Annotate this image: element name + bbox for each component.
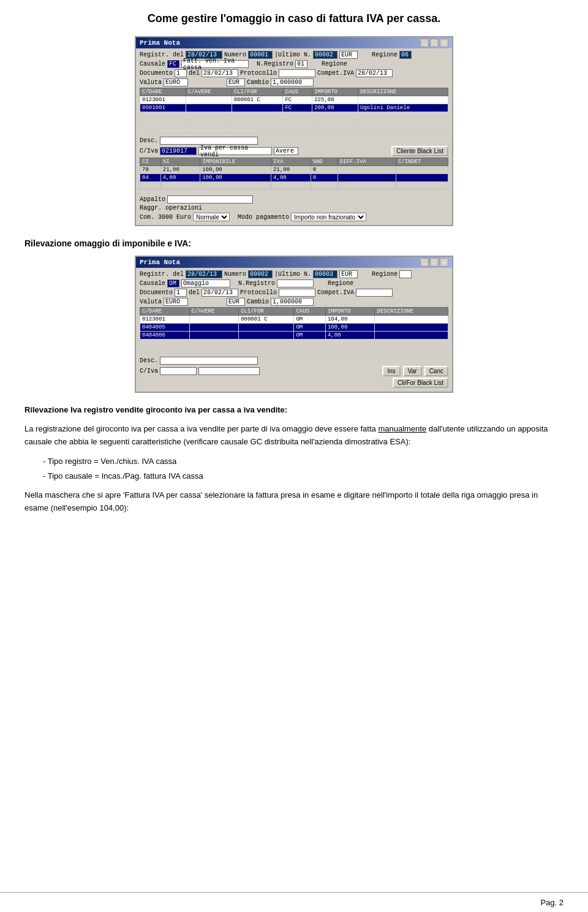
ins-btn[interactable]: Ins	[382, 366, 400, 376]
iva-table-1: CI %I IMPONIBILE IVA %ND DIFF.IVA C/INDE…	[140, 158, 448, 189]
close-btn-2[interactable]: ✕	[440, 258, 448, 267]
eur-field[interactable]: EUR	[227, 78, 245, 86]
w2-ultimo-n-field[interactable]: 00003	[313, 270, 337, 278]
w2-valuta-row: Valuta EURO EUR Cambio 1,000000	[140, 298, 448, 306]
documento-label: Documento	[140, 70, 173, 77]
w2-causale-code-field[interactable]: OM	[167, 279, 179, 287]
w2-cur-field[interactable]: EUR	[339, 270, 358, 278]
protocollo-label: Protocollo	[240, 70, 277, 77]
minimize-btn-1[interactable]: _	[420, 39, 429, 47]
cli-for-black-list-btn[interactable]: Cli/For Black List	[393, 378, 448, 388]
w2-grid-row-3[interactable]: 0404006 OM 4,00	[140, 332, 448, 340]
w2-valuta-field[interactable]: EURO	[164, 298, 188, 306]
n-registro-field[interactable]: 01	[295, 60, 307, 68]
list-items: Tipo registro = Ven./chius. IVA cassa Ti…	[24, 454, 564, 483]
w2-ultimo-n-label: |Ultimo N.	[274, 271, 311, 278]
protocollo-field[interactable]	[279, 69, 315, 77]
main-grid-1: C/DARE C/AVERE CLI/FOR CAUS IMPORTO DESC…	[140, 88, 448, 134]
cell-desc-2: Ugolini Daniele	[358, 104, 448, 112]
w2-documento-label: Documento	[140, 289, 173, 296]
importo-select[interactable]: Importo non frazionato	[291, 213, 366, 221]
valuta-label: Valuta	[140, 79, 162, 86]
var-btn[interactable]: Var	[403, 366, 422, 376]
w2-del-field[interactable]: 28/02/13	[202, 289, 238, 297]
causale-code-field[interactable]: FC	[167, 60, 179, 68]
canc-btn[interactable]: Canc	[424, 366, 448, 376]
w2-cambio-label: Cambio	[247, 298, 269, 305]
w2-registr-del-field[interactable]: 28/02/13	[186, 270, 222, 278]
w2-n-registro-field[interactable]	[277, 279, 314, 287]
iva-col-pnd: %ND	[311, 158, 337, 166]
w2-doc-num-field[interactable]: 1	[175, 289, 187, 297]
cell-cdare-1: 0123001	[140, 96, 186, 104]
ultimo-n-field[interactable]: 00002	[313, 51, 337, 59]
w2-registr-del-label: Registr. del	[140, 271, 184, 278]
iva-row-1[interactable]: 70 21,00 100,00 21,00 0	[140, 166, 448, 174]
appalto-field[interactable]	[167, 196, 253, 203]
compet-iva-field[interactable]: 28/02/13	[356, 69, 393, 77]
section2-heading: Rilevazione omaggio di imponibile e IVA:	[24, 238, 564, 248]
cell-caus-1: FC	[283, 96, 312, 104]
iva-header-row-1: CI %I IMPONIBILE IVA %ND DIFF.IVA C/INDE…	[140, 158, 448, 166]
w2-compet-iva-field[interactable]	[356, 289, 393, 297]
w2-grid-row-4[interactable]	[140, 340, 448, 347]
modo-select[interactable]: Normale	[193, 213, 230, 221]
iva-row-2[interactable]: 04 4,00 100,00 4,00 0	[140, 174, 448, 182]
w2-numero-field[interactable]: 00002	[248, 270, 273, 278]
causale-text-field[interactable]: Fatt. ven. Iva cassa	[181, 60, 249, 68]
prima-nota-window-1: Prima Nota _ □ ✕ Registr. del 28/02/13 N…	[135, 36, 453, 226]
w2-eur-field[interactable]: EUR	[227, 298, 245, 306]
w2-civa-field[interactable]	[160, 367, 197, 375]
w2-col-caus: CAUS	[294, 308, 325, 316]
w2-desc-field[interactable]	[160, 357, 258, 365]
numero-field[interactable]: 00001	[248, 51, 273, 59]
civa-pos-field[interactable]: Avere	[274, 147, 298, 155]
w2-grid-row-5[interactable]	[140, 347, 448, 354]
cliente-black-list-btn[interactable]: Cliente Black List	[391, 146, 448, 156]
maximize-btn-2[interactable]: □	[430, 258, 439, 267]
w2-numero-label: Numero	[224, 271, 246, 278]
page-number: Pag. 2	[540, 898, 564, 907]
civa-text-field[interactable]: Iva per cassa vendi	[198, 147, 272, 155]
cell-cavere-2	[186, 104, 232, 112]
compet-iva-label: Compet.IVA	[317, 70, 354, 77]
w2-protocollo-field[interactable]	[279, 289, 315, 297]
doc-num-field[interactable]: 1	[175, 69, 187, 77]
w2-col-desc: DESCRIZIONE	[375, 308, 448, 316]
valuta-field[interactable]: EURO	[164, 78, 188, 86]
del-field[interactable]: 28/02/13	[202, 69, 238, 77]
ultimo-n-label: |Ultimo N.	[274, 51, 311, 58]
maximize-btn-1[interactable]: □	[430, 39, 439, 47]
w2-grid-row-2[interactable]: 0404005 OM 100,00	[140, 324, 448, 332]
w2-civa-row: C/Iva Ins Var Canc	[140, 366, 448, 376]
civa-label: C/Iva	[140, 148, 158, 154]
grid-row-3[interactable]	[140, 112, 448, 120]
grid-row-2[interactable]: 0501001 FC 200,00 Ugolini Daniele	[140, 104, 448, 112]
grid-header-row-2: C/DARE C/AVERE CLI/FOR CAUS IMPORTO DESC…	[140, 308, 448, 316]
cambio-label: Cambio	[247, 79, 269, 86]
com-row: Com. 3000 Euro Normale Modo pagamento Im…	[140, 213, 448, 221]
close-btn-1[interactable]: ✕	[440, 39, 448, 47]
cell-desc-1	[358, 96, 448, 104]
civa-code-field[interactable]: 0219017	[160, 147, 197, 155]
w2-regione-field[interactable]	[399, 270, 412, 278]
cur-field[interactable]: EUR	[339, 51, 358, 59]
prima-nota-window-2: Prima Nota _ □ ✕ Registr. del 28/02/13 N…	[135, 256, 453, 393]
w2-regione-label: Regione	[372, 271, 398, 278]
body-text-1-strong: Rilevazione Iva registro vendite girocon…	[24, 405, 287, 414]
cambio-field[interactable]: 1,000000	[271, 78, 314, 86]
w2-civa-label: C/Iva	[140, 368, 158, 374]
grid-row-5[interactable]	[140, 127, 448, 134]
regione-field[interactable]: 06	[399, 51, 412, 59]
grid-row-4[interactable]	[140, 120, 448, 127]
desc-field[interactable]	[160, 137, 258, 145]
w2-cambio-field[interactable]: 1,000000	[271, 298, 314, 306]
iva-row-3[interactable]	[140, 182, 448, 189]
minimize-btn-2[interactable]: _	[420, 258, 429, 267]
regione-label: Regione	[372, 51, 398, 58]
grid-row-1[interactable]: 0123001 000001 C FC 225,00	[140, 96, 448, 104]
body-text-1: Rilevazione Iva registro vendite girocon…	[24, 404, 564, 417]
w2-civa-text-field[interactable]	[198, 367, 260, 375]
w2-causale-text-field[interactable]: Omaggio	[181, 279, 230, 287]
w2-grid-row-1[interactable]: 0123001 000001 C OM 104,00	[140, 316, 448, 324]
